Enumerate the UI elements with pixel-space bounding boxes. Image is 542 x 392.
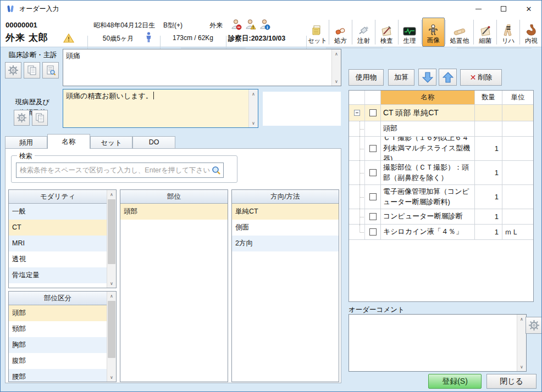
- separator: [457, 48, 532, 48]
- scroll-down-icon[interactable]: ∨: [107, 373, 116, 382]
- move-up-button[interactable]: [439, 69, 457, 86]
- scroll-up-icon[interactable]: ∧: [517, 315, 526, 323]
- table-row[interactable]: 撮影部位（ＣＴ撮影）：頭部（副鼻腔を除く） 1: [349, 161, 533, 185]
- history-scrollbar[interactable]: ∧∨: [248, 89, 258, 127]
- item-quantity: [474, 105, 502, 121]
- row-checkbox[interactable]: [369, 145, 377, 152]
- diagnosis-reference-button[interactable]: [42, 62, 59, 79]
- scroll-up-icon[interactable]: ∧: [332, 49, 341, 58]
- table-row[interactable]: コンピューター断層診断 1: [349, 209, 533, 225]
- table-row[interactable]: 頭部: [349, 121, 533, 137]
- close-button[interactable]: ✕: [516, 1, 541, 17]
- item-name: コンピューター断層診断: [380, 209, 474, 224]
- region-category-scrollbar[interactable]: ∧∨: [107, 292, 116, 382]
- scroll-down-icon[interactable]: ∨: [517, 362, 526, 371]
- tree-line: [360, 225, 360, 232]
- treatment-icon: [453, 27, 466, 36]
- toolbar-set-button[interactable]: セット: [307, 18, 328, 47]
- person-caution-icon[interactable]: [245, 19, 256, 30]
- list-item-selected[interactable]: 頭部: [9, 305, 107, 321]
- comment-settings-button[interactable]: [526, 317, 542, 334]
- injection-icon: [357, 25, 369, 36]
- item-quantity: 1: [474, 225, 502, 239]
- toolbar-injection-button[interactable]: 注射: [353, 18, 374, 47]
- addition-button[interactable]: 加算: [388, 69, 414, 86]
- list-item[interactable]: MRI: [9, 236, 107, 251]
- scroll-thumb[interactable]: [108, 301, 115, 358]
- item-unit: [502, 161, 533, 184]
- table-row[interactable]: ＣＴ撮影（１６列以上６４列未満マルチスライス型機器) 1: [349, 137, 533, 161]
- table-row[interactable]: CT 頭部 単純CT: [349, 105, 533, 121]
- toolbar-treatment-button[interactable]: 処置他: [446, 18, 473, 47]
- toolbar-rehab-button[interactable]: リハ: [497, 18, 519, 47]
- history-textarea[interactable]: 頭痛の精査お願いします。 ∧∨: [63, 89, 258, 128]
- comment-scrollbar[interactable]: ∧∨: [517, 315, 526, 371]
- tab-frequent[interactable]: 頻用: [5, 136, 47, 149]
- scroll-up-icon[interactable]: ∧: [107, 190, 116, 199]
- list-item[interactable]: 一般: [9, 204, 107, 220]
- list-item[interactable]: 透視: [9, 251, 107, 267]
- table-row[interactable]: 電子画像管理加算（コンピューター断層診断料) 1: [349, 185, 533, 209]
- diagnosis-scrollbar[interactable]: ∧∨: [331, 49, 341, 86]
- toolbar-bacteria-button[interactable]: 細菌: [474, 18, 496, 47]
- maximize-button[interactable]: [491, 1, 516, 17]
- list-item[interactable]: 腹部: [9, 353, 107, 369]
- row-checkbox[interactable]: [369, 228, 377, 236]
- close-dialog-button[interactable]: 閉じる: [486, 374, 537, 389]
- toolbar-imaging-button[interactable]: 画像: [422, 18, 445, 47]
- tab-do[interactable]: DO: [132, 136, 175, 149]
- list-item[interactable]: 骨塩定量: [9, 267, 107, 283]
- delete-button[interactable]: ✕削除: [460, 69, 502, 86]
- visit-type: 外来: [209, 21, 223, 30]
- scroll-down-icon[interactable]: ∨: [249, 119, 258, 127]
- diagnosis-textarea[interactable]: 頭痛 ∧∨: [63, 49, 341, 86]
- scroll-up-icon[interactable]: ∧: [249, 89, 258, 98]
- history-copy-button[interactable]: [32, 110, 48, 126]
- row-checkbox[interactable]: [369, 213, 377, 220]
- list-item-selected[interactable]: 頭部: [120, 204, 228, 220]
- toolbar-endoscopy-button[interactable]: 内視: [521, 18, 542, 47]
- row-checkbox[interactable]: [369, 169, 377, 176]
- scroll-down-icon[interactable]: ∨: [332, 77, 341, 86]
- separator: [445, 20, 446, 44]
- list-item-selected[interactable]: CT: [9, 220, 107, 236]
- scroll-down-icon[interactable]: ∨: [107, 279, 116, 288]
- person-no-entry-icon[interactable]: [230, 19, 242, 30]
- collapse-icon[interactable]: [354, 110, 360, 116]
- register-button[interactable]: 登録(S): [428, 374, 482, 389]
- toolbar-lab-test-button[interactable]: 検査: [376, 18, 397, 47]
- toolbar-physiology-button[interactable]: 生理: [399, 18, 421, 47]
- supplies-button[interactable]: 使用物: [349, 69, 384, 86]
- list-item[interactable]: 頸部: [9, 321, 107, 337]
- list-item[interactable]: 腰部: [9, 369, 107, 382]
- search-input[interactable]: [16, 163, 224, 178]
- diagnosis-settings-button[interactable]: [5, 62, 21, 79]
- minimize-button[interactable]: [466, 1, 491, 17]
- diagnosis-copy-button[interactable]: [24, 62, 40, 79]
- tab-name[interactable]: 名称: [47, 134, 90, 149]
- list-item[interactable]: 胸部: [9, 337, 107, 353]
- toolbar-prescription-button[interactable]: 処方: [330, 18, 351, 47]
- history-settings-button[interactable]: [14, 110, 30, 126]
- scroll-up-icon[interactable]: ∧: [107, 292, 116, 300]
- exam-date: 診察日:2023/10/03: [228, 34, 305, 43]
- modality-scrollbar[interactable]: ∧∨: [107, 190, 116, 288]
- order-comment-textarea[interactable]: ∧∨: [349, 314, 527, 372]
- row-checkbox[interactable]: [369, 109, 377, 116]
- text-caret: [153, 92, 154, 99]
- person-info-icon[interactable]: [259, 19, 270, 30]
- warning-icon[interactable]: [63, 33, 74, 43]
- list-item-selected[interactable]: 単純CT: [232, 204, 339, 220]
- list-item[interactable]: エコー: [9, 283, 107, 288]
- row-checkbox[interactable]: [369, 193, 377, 200]
- list-item[interactable]: 側面: [232, 220, 339, 236]
- table-row[interactable]: キシロカイン液「４％」 1 ｍＬ: [349, 225, 533, 240]
- search-group-label: 検索: [17, 152, 35, 161]
- move-down-button[interactable]: [418, 69, 436, 86]
- tab-set[interactable]: セット: [90, 136, 132, 149]
- column-header-quantity: 数量: [474, 91, 502, 104]
- diagnosis-text: 頭痛: [63, 49, 331, 86]
- scroll-thumb[interactable]: [108, 199, 115, 264]
- item-unit: [502, 209, 533, 224]
- list-item[interactable]: 2方向: [232, 236, 339, 251]
